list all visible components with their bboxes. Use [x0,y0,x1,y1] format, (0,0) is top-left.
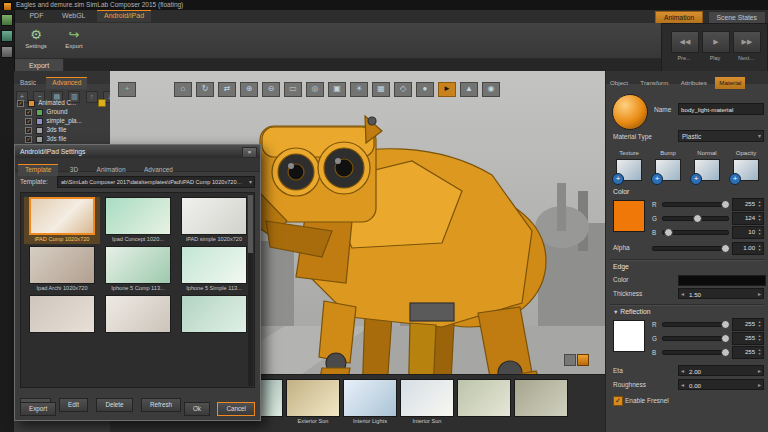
pan-icon[interactable]: ⇄ [218,82,236,97]
tree-item-simple-pla[interactable]: ✓ simple_pla... [14,116,110,125]
slider-knob[interactable] [664,228,673,237]
tree-item-ground[interactable]: ✓ Ground [14,107,110,116]
edit-button[interactable]: Edit [59,398,88,412]
template-image[interactable] [105,246,171,284]
render-thumb[interactable] [514,379,568,432]
dialog-export-button[interactable]: Export [20,402,56,416]
render-thumb-interior-lights[interactable]: Interior Lights [343,379,397,432]
slider-knob[interactable] [721,348,730,357]
down-arrow-icon[interactable]: ▾ [756,324,763,328]
template-image[interactable] [29,295,95,333]
fit-view-icon[interactable]: ◎ [306,82,324,97]
alpha-value-stepper[interactable]: 1.00▴▾ [732,242,764,255]
bump-thumb-icon[interactable]: + [655,159,681,181]
previous-frame-button[interactable]: ◀◀ [671,31,699,53]
snapshot-icon[interactable]: ◉ [482,82,500,97]
template-image[interactable] [181,295,247,333]
render-image[interactable] [400,379,454,417]
add-normal-icon[interactable]: + [690,173,702,185]
material-type-select[interactable]: Plastic ▾ [678,130,764,142]
cancel-button[interactable]: Cancel [217,402,255,416]
reflection-green-slider[interactable] [662,336,729,341]
right-arrow-icon[interactable]: ▸ [758,380,761,391]
add-opacity-icon[interactable]: + [729,173,741,185]
slider-knob[interactable] [721,200,730,209]
green-slider[interactable] [662,216,729,221]
tab-android-ipad[interactable]: Android/iPad [97,10,151,22]
grid-icon[interactable]: ▦ [372,82,390,97]
eta-stepper[interactable]: ◂ 2.00 ▸ [678,365,764,376]
green-value-stepper[interactable]: 124▴▾ [732,212,764,225]
template-thumb[interactable]: iPAD simple 1020x720 [176,197,252,244]
export-tab[interactable]: Export [14,58,64,72]
template-image[interactable] [105,295,171,333]
visibility-checkbox[interactable]: ✓ [25,136,32,143]
template-thumb-selected[interactable]: iPAD Comp 1020x720 [24,197,100,244]
template-thumb[interactable] [100,295,176,342]
blue-slider[interactable] [662,230,729,235]
select-icon[interactable]: ► [438,82,456,97]
reflection-red-slider[interactable] [662,322,729,327]
visibility-checkbox[interactable]: ✓ [17,100,24,107]
reflection-section-header[interactable]: ▼ Reflection [613,308,651,315]
camera-icon[interactable]: ▣ [328,82,346,97]
slider-knob[interactable] [721,244,730,253]
next-frame-button[interactable]: ▶▶ [733,31,761,53]
dialog-tab-advanced[interactable]: Advanced [137,164,180,176]
reflection-blue-stepper[interactable]: 255▴▾ [732,346,764,359]
grid-scrollbar[interactable] [248,194,253,386]
down-arrow-icon[interactable]: ▾ [756,204,763,208]
left-arrow-icon[interactable]: ◂ [681,289,684,300]
render-thumb-exterior-sun[interactable]: Exterior Sun [286,379,340,432]
visibility-checkbox[interactable]: ✓ [25,109,32,116]
reflection-color-swatch[interactable] [613,320,645,352]
layers-icon[interactable] [1,46,13,58]
reflection-green-stepper[interactable]: 255▴▾ [732,332,764,345]
scene-icon[interactable] [1,14,13,26]
down-arrow-icon[interactable]: ▾ [756,338,763,342]
diffuse-color-swatch[interactable] [613,200,645,232]
viewport-warning-icon[interactable] [577,354,589,366]
reflection-blue-slider[interactable] [662,350,729,355]
render-image[interactable] [286,379,340,417]
delete-button[interactable]: Delete [96,398,132,412]
visibility-checkbox[interactable]: ✓ [25,118,32,125]
template-thumb[interactable] [176,295,252,342]
collapse-icon[interactable]: ▼ [613,309,618,315]
home-icon[interactable]: ⌂ [174,82,192,97]
right-arrow-icon[interactable]: ▸ [758,289,761,300]
slider-knob[interactable] [721,320,730,329]
library-icon[interactable] [1,30,13,42]
dialog-titlebar[interactable]: Android/iPad Settings × [15,145,260,158]
template-image[interactable] [181,246,247,284]
down-arrow-icon[interactable]: ▾ [756,248,763,252]
red-value-stepper[interactable]: 255▴▾ [732,198,764,211]
slider-knob[interactable] [693,214,702,223]
play-button[interactable]: ▶ [702,31,730,53]
alpha-slider[interactable] [652,246,729,251]
render-image[interactable] [343,379,397,417]
render-image[interactable] [457,379,511,417]
render-thumb[interactable] [457,379,511,432]
close-icon[interactable]: × [242,147,257,158]
template-thumb[interactable]: Ipad Archi 1020x720 [24,246,100,293]
normal-slot[interactable]: Normal + [690,150,724,181]
texture-slot[interactable]: Texture + [612,150,646,181]
tree-item-3ds-file-1[interactable]: ✓ 3ds file [14,125,110,134]
material-name-input[interactable] [678,103,764,115]
tree-item-animated[interactable]: ✓ Animated C... [14,98,110,107]
opacity-thumb-icon[interactable]: + [733,159,759,181]
lock-icon[interactable] [98,99,106,107]
tab-webgl[interactable]: WebGL [55,10,93,22]
down-arrow-icon[interactable]: ▾ [756,232,763,236]
enable-fresnel-checkbox[interactable]: ✓ [613,396,623,406]
edge-color-swatch[interactable] [678,275,766,286]
template-image[interactable] [105,197,171,235]
down-arrow-icon[interactable]: ▾ [756,218,763,222]
render-thumb-interior-sun[interactable]: Interior Sun [400,379,454,432]
measure-icon[interactable]: ◇ [394,82,412,97]
tab-pdf[interactable]: PDF [22,10,50,22]
scrollbar-thumb[interactable] [248,195,253,253]
right-arrow-icon[interactable]: ▸ [758,366,761,377]
template-thumb[interactable]: Iphone 5 Simple 113... [176,246,252,293]
